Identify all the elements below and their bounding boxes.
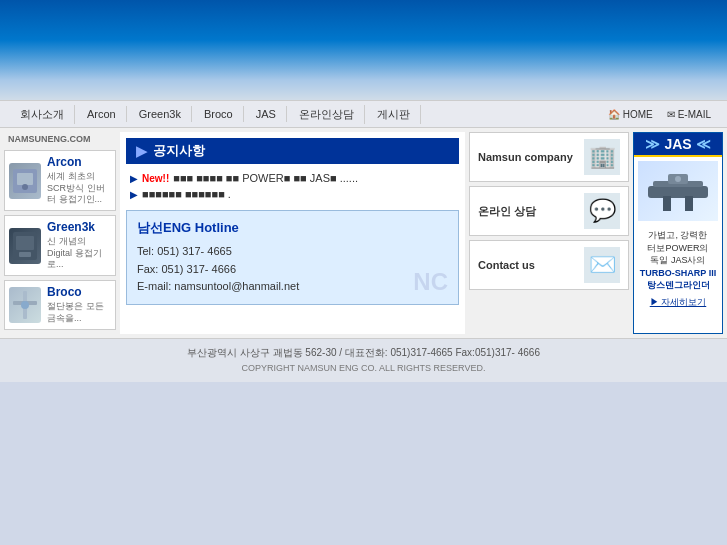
nav-item-consult[interactable]: 온라인상담 [289, 105, 365, 124]
jas-title-bar: ≫ JAS ≪ [634, 133, 722, 157]
hotline-watermark: NC [413, 268, 448, 296]
nav-item-green3k[interactable]: Green3k [129, 106, 192, 122]
broco-desc: 절단봉은 모든 금속을... [47, 301, 111, 324]
svg-rect-9 [648, 186, 708, 198]
arcon-desc: 세계 최초의 SCR방식 인버터 용접기인... [47, 171, 111, 206]
chat-icon: 💬 [589, 198, 616, 224]
hotline-email: E-mail: namsuntool@hanmail.net [137, 278, 448, 296]
broco-thumbnail [9, 287, 41, 323]
sidebar-item-broco[interactable]: Broco 절단봉은 모든 금속을... [4, 280, 116, 330]
center-content: ▶ 공지사항 ▶ New!! ■■■ ■■■■ ■■ POWER■ ■■ JAS… [120, 132, 465, 334]
email-icon: ✉ [667, 109, 675, 120]
notice-new-badge-0: New!! [142, 173, 169, 184]
jas-desc1: 가볍고, 강력한 [638, 229, 718, 242]
notice-text-1: ■■■■■■ ■■■■■■ . [142, 188, 231, 200]
green3k-text: Green3k 신 개념의 Digital 용접기로... [47, 220, 111, 271]
email-label: E-MAIL [678, 109, 711, 120]
nav-item-about[interactable]: 회사소개 [10, 105, 75, 124]
site-label: NAMSUNENG.COM [4, 132, 116, 146]
notice-header-title: 공지사항 [153, 142, 205, 160]
right-card-company-label: Namsun company [478, 151, 573, 163]
building-icon: 🏢 [589, 144, 616, 170]
notice-arrow-1: ▶ [130, 189, 138, 200]
notice-header-icon: ▶ [136, 143, 147, 159]
notice-item-1[interactable]: ▶ ■■■■■■ ■■■■■■ . [126, 186, 459, 202]
notice-arrow-0: ▶ [130, 173, 138, 184]
jas-detail-link[interactable]: ▶ 자세히보기 [650, 296, 707, 309]
jas-chevron-right: ≪ [696, 136, 711, 152]
broco-text: Broco 절단봉은 모든 금속을... [47, 285, 111, 324]
contact-card-icon: ✉️ [584, 247, 620, 283]
company-card-icon: 🏢 [584, 139, 620, 175]
nav-item-board[interactable]: 게시판 [367, 105, 421, 124]
hotline-tel: Tel: 051) 317- 4665 [137, 243, 448, 261]
right-card-company[interactable]: Namsun company 🏢 [469, 132, 629, 182]
nav-home-link[interactable]: 🏠 HOME [602, 107, 659, 122]
svg-point-8 [21, 301, 29, 309]
nav-email-link[interactable]: ✉ E-MAIL [661, 107, 717, 122]
footer: 부산광역시 사상구 괘법동 562-30 / 대표전화: 051)317-466… [0, 338, 727, 381]
jas-banner: ≫ JAS ≪ 가볍고, 강력한 터보POWER의 독일 JAS사의 TURBO… [633, 132, 723, 334]
envelope-icon: ✉️ [589, 252, 616, 278]
footer-address: 부산광역시 사상구 괘법동 562-30 / 대표전화: 051)317-466… [6, 345, 721, 361]
right-card-consult[interactable]: 온라인 상담 💬 [469, 186, 629, 236]
main-wrapper: NAMSUNENG.COM Arcon 세계 최초의 SCR방식 인버터 용접기… [0, 128, 727, 338]
svg-rect-4 [16, 236, 34, 250]
nav-item-arcon[interactable]: Arcon [77, 106, 127, 122]
notice-header: ▶ 공지사항 [126, 138, 459, 164]
hotline-box: 남선ENG Hotline Tel: 051) 317- 4665 Fax: 0… [126, 210, 459, 305]
jas-chevron-left: ≫ [645, 136, 660, 152]
right-card-contact-label: Contact us [478, 259, 535, 271]
notice-text-0: ■■■ ■■■■ ■■ POWER■ ■■ JAS■ ...... [173, 172, 358, 184]
jas-desc-block: 가볍고, 강력한 터보POWER의 독일 JAS사의 TURBO-SHARP I… [634, 225, 722, 296]
jas-title-text: JAS [664, 136, 691, 152]
svg-rect-1 [17, 173, 33, 185]
right-panel: Namsun company 🏢 온라인 상담 💬 Contact us ✉️ [469, 132, 629, 334]
arcon-text: Arcon 세계 최초의 SCR방식 인버터 용접기인... [47, 155, 111, 206]
consult-card-icon: 💬 [584, 193, 620, 229]
svg-point-2 [22, 184, 28, 190]
nav-bar: 회사소개 Arcon Green3k Broco JAS 온라인상담 게시판 🏠… [0, 100, 727, 128]
jas-product-image [638, 161, 718, 221]
sidebar: NAMSUNENG.COM Arcon 세계 최초의 SCR방식 인버터 용접기… [0, 128, 120, 338]
arcon-title: Arcon [47, 155, 111, 169]
right-card-contact[interactable]: Contact us ✉️ [469, 240, 629, 290]
green3k-desc: 신 개념의 Digital 용접기로... [47, 236, 111, 271]
hotline-title: 남선ENG Hotline [137, 219, 448, 237]
svg-rect-5 [19, 252, 31, 257]
arcon-thumbnail [9, 163, 41, 199]
svg-rect-12 [685, 196, 693, 211]
home-label: HOME [623, 109, 653, 120]
top-banner [0, 0, 727, 100]
home-icon: 🏠 [608, 109, 620, 120]
notice-item-0[interactable]: ▶ New!! ■■■ ■■■■ ■■ POWER■ ■■ JAS■ .....… [126, 170, 459, 186]
green3k-thumbnail [9, 228, 41, 264]
jas-desc3: 독일 JAS사의 [638, 254, 718, 267]
nav-item-jas[interactable]: JAS [246, 106, 287, 122]
footer-copyright: COPYRIGHT NAMSUN ENG CO. ALL RIGHTS RESE… [6, 361, 721, 375]
sidebar-item-green3k[interactable]: Green3k 신 개념의 Digital 용접기로... [4, 215, 116, 276]
broco-title: Broco [47, 285, 111, 299]
svg-rect-11 [663, 196, 671, 211]
svg-point-14 [675, 176, 681, 182]
green3k-title: Green3k [47, 220, 111, 234]
jas-product-name: TURBO-SHARP III 탕스덴그라인더 [638, 267, 718, 292]
nav-item-broco[interactable]: Broco [194, 106, 244, 122]
sidebar-item-arcon[interactable]: Arcon 세계 최초의 SCR방식 인버터 용접기인... [4, 150, 116, 211]
right-card-consult-label: 온라인 상담 [478, 204, 536, 219]
hotline-fax: Fax: 051) 317- 4666 [137, 261, 448, 279]
jas-desc2: 터보POWER의 [638, 242, 718, 255]
